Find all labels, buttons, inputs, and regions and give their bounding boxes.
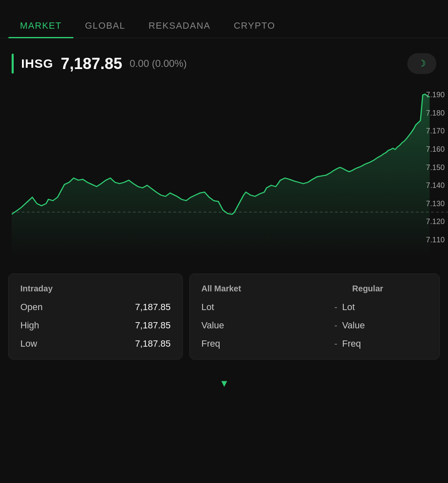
market-row-lot: Lot - Lot — [201, 302, 428, 313]
stats-section: Intraday Open 7,187.85 High 7,187.85 Low… — [0, 265, 448, 372]
ticker-price: 7,187.85 — [61, 55, 122, 73]
ticker-change: 0.00 (0.00%) — [130, 58, 186, 69]
market-lot-label: Lot — [201, 302, 330, 313]
y-label-6: 7.140 — [419, 181, 445, 190]
y-label-3: 7.170 — [419, 127, 445, 136]
y-label-5: 7.150 — [419, 163, 445, 172]
market-row-freq: Freq - Freq — [201, 338, 428, 349]
market-row-value: Value - Value — [201, 320, 428, 331]
bottom-chevron-container: ▾ — [0, 372, 448, 402]
intraday-high-label: High — [20, 320, 39, 331]
intraday-high-value: 7,187.85 — [135, 320, 171, 331]
all-market-title: All Market — [201, 284, 315, 293]
chevron-down-icon[interactable]: ▾ — [221, 376, 227, 390]
market-lot-reg: Lot — [342, 302, 428, 313]
intraday-row-low: Low 7,187.85 — [20, 338, 171, 349]
market-lot-sep: - — [330, 302, 342, 313]
y-axis-labels: 7.190 7.180 7.170 7.160 7.150 7.140 7.13… — [419, 91, 448, 244]
intraday-title: Intraday — [20, 284, 171, 293]
regular-title: Regular — [352, 284, 428, 293]
market-value-sep: - — [330, 320, 342, 331]
chart-wrapper: 7.190 7.180 7.170 7.160 7.150 7.140 7.13… — [12, 86, 448, 257]
ticker-label: IHSG — [21, 57, 53, 71]
market-freq-reg: Freq — [342, 338, 428, 349]
chart-container: 7.190 7.180 7.170 7.160 7.150 7.140 7.13… — [0, 82, 448, 265]
header-section: IHSG 7,187.85 0.00 (0.00%) ☽ — [0, 38, 448, 82]
intraday-open-label: Open — [20, 302, 43, 313]
market-freq-sep: - — [330, 338, 342, 349]
nav-tabs: MARKET GLOBAL REKSADANA CRYPTO — [0, 0, 448, 38]
intraday-low-label: Low — [20, 338, 37, 349]
y-label-1: 7.190 — [419, 91, 445, 99]
tab-market[interactable]: MARKET — [8, 14, 73, 38]
market-value-label: Value — [201, 320, 330, 331]
market-value-reg: Value — [342, 320, 428, 331]
intraday-low-value: 7,187.85 — [135, 338, 171, 349]
y-label-7: 7.130 — [419, 200, 445, 208]
y-label-2: 7.180 — [419, 109, 445, 118]
y-label-4: 7.160 — [419, 145, 445, 154]
tab-crypto[interactable]: CRYPTO — [222, 14, 287, 38]
y-label-9: 7.110 — [419, 236, 445, 244]
header-left: IHSG 7,187.85 0.00 (0.00%) — [12, 54, 187, 74]
moon-icon: ☽ — [418, 58, 426, 69]
market-card: All Market Regular Lot - Lot Value - Val… — [189, 274, 440, 360]
y-label-8: 7.120 — [419, 217, 445, 226]
intraday-card: Intraday Open 7,187.85 High 7,187.85 Low… — [8, 274, 183, 360]
tab-global[interactable]: GLOBAL — [73, 14, 137, 38]
market-header: All Market Regular — [201, 284, 428, 293]
intraday-row-high: High 7,187.85 — [20, 320, 171, 331]
tab-reksadana[interactable]: REKSADANA — [137, 14, 222, 38]
intraday-row-open: Open 7,187.85 — [20, 302, 171, 313]
ticker-bar — [12, 54, 14, 74]
market-freq-label: Freq — [201, 338, 330, 349]
price-chart — [12, 86, 448, 257]
dark-mode-button[interactable]: ☽ — [407, 53, 436, 74]
intraday-open-value: 7,187.85 — [135, 302, 171, 313]
